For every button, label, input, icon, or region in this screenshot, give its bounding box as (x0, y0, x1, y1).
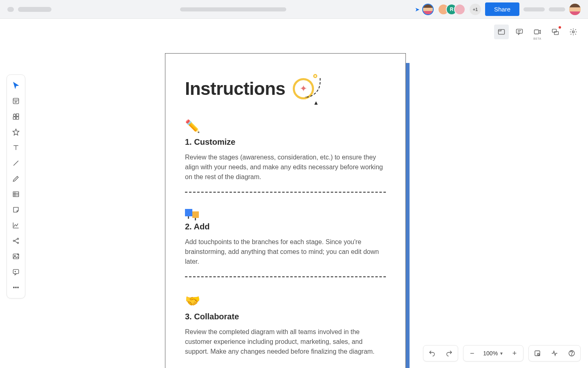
section-collaborate: 🤝 3. Collaborate Review the completed di… (185, 294, 386, 357)
search-placeholder[interactable] (180, 7, 286, 11)
collaborator-avatar-group[interactable]: R (438, 4, 466, 15)
section-add: 2. Add Add touchpoints to the branches f… (185, 209, 386, 267)
section-body: Review the completed diagram with all te… (185, 327, 386, 357)
toolbar-placeholder[interactable] (523, 7, 545, 11)
undo-button[interactable] (423, 345, 441, 361)
zoom-level-dropdown[interactable]: 100%▼ (481, 350, 506, 357)
zoom-controls: − 100%▼ + (463, 345, 523, 361)
help-button[interactable] (563, 345, 580, 361)
section-title: 3. Collaborate (185, 312, 386, 321)
instructions-document[interactable]: Instructions ✦ ▲ ✏️ 1. Customize Review … (165, 53, 406, 368)
section-body: Add touchpoints to the branches for each… (185, 237, 386, 267)
pencil-icon: ✏️ (185, 119, 386, 133)
section-title: 1. Customize (185, 137, 386, 147)
collab-cursor-icon: ➤ (415, 6, 420, 13)
history-controls (423, 345, 458, 361)
zoom-in-button[interactable]: + (506, 345, 523, 361)
current-user-avatar[interactable] (569, 4, 581, 15)
section-title: 2. Add (185, 222, 386, 231)
redo-button[interactable] (441, 345, 458, 361)
section-body: Review the stages (awareness, considerat… (185, 153, 386, 182)
section-divider (185, 192, 386, 193)
handshake-icon: 🤝 (185, 294, 386, 308)
extra-collaborators-badge[interactable]: +1 (470, 4, 481, 15)
canvas[interactable]: Instructions ✦ ▲ ✏️ 1. Customize Review … (0, 19, 588, 368)
zoom-level-value: 100% (483, 350, 498, 357)
doc-name-placeholder[interactable] (18, 7, 51, 12)
share-button[interactable]: Share (485, 2, 519, 16)
section-customize: ✏️ 1. Customize Review the stages (aware… (185, 119, 386, 182)
compass-icon: ✦ ▲ (293, 75, 321, 103)
document-title: Instructions (185, 79, 285, 99)
top-bar: ➤ R +1 Share (0, 0, 588, 19)
activity-button[interactable] (546, 345, 563, 361)
section-divider (185, 276, 386, 277)
svg-point-42 (571, 355, 572, 355)
collaborator-avatar[interactable] (454, 4, 466, 15)
active-collaborator-avatar[interactable] (422, 4, 434, 15)
view-controls (528, 345, 581, 361)
menu-placeholder[interactable] (7, 7, 14, 12)
bottom-controls: − 100%▼ + (423, 345, 581, 361)
caret-down-icon: ▼ (499, 351, 503, 356)
zoom-out-button[interactable]: − (463, 345, 481, 361)
sticky-notes-icon (185, 209, 200, 220)
toolbar-placeholder[interactable] (549, 7, 565, 11)
minimap-button[interactable] (529, 345, 546, 361)
